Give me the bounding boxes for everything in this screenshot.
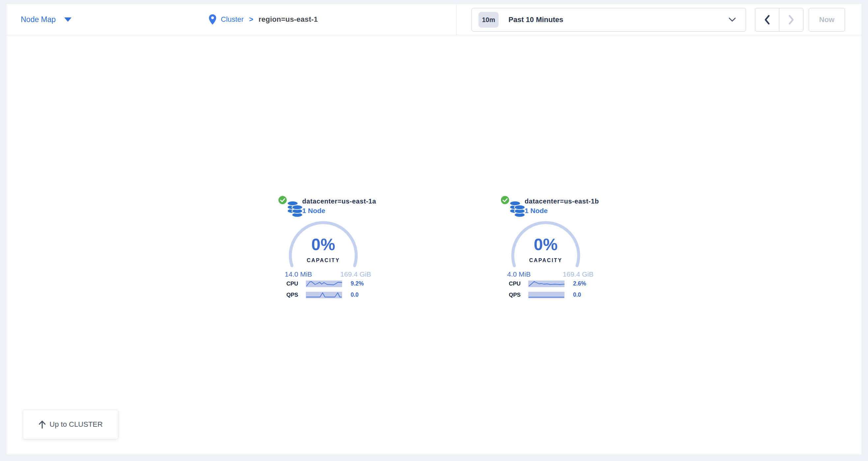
locality-name: datacenter=us-east-1b xyxy=(525,198,599,205)
cpu-metric-row: CPU 9.2% xyxy=(286,280,364,287)
cpu-value: 9.2% xyxy=(351,280,364,287)
capacity-used: 4.0 MiB xyxy=(507,270,531,278)
cpu-sparkline xyxy=(306,281,342,287)
cpu-label: CPU xyxy=(509,281,526,287)
locality-card-us-east-1b[interactable]: datacenter=us-east-1b 1 Node 0% CAPACITY… xyxy=(500,193,613,313)
breadcrumb-cluster-link[interactable]: Cluster xyxy=(221,15,244,24)
capacity-total: 169.4 GiB xyxy=(340,270,371,278)
qps-sparkline xyxy=(306,292,342,298)
node-map-page: Node Map Cluster > region=us-east-1 10m … xyxy=(0,0,868,461)
chevron-right-icon xyxy=(788,15,794,25)
capacity-label: CAPACITY xyxy=(290,258,356,263)
qps-value: 0.0 xyxy=(351,291,359,298)
cpu-metric-row: CPU 2.6% xyxy=(509,280,586,287)
chevron-left-icon xyxy=(764,15,770,25)
location-pin-icon xyxy=(209,14,216,25)
qps-value: 0.0 xyxy=(573,291,581,298)
breadcrumb-current: region=us-east-1 xyxy=(259,15,318,24)
now-button[interactable]: Now xyxy=(809,8,845,32)
header-divider xyxy=(456,4,457,35)
caret-down-icon xyxy=(64,18,71,22)
capacity-total: 169.4 GiB xyxy=(563,270,593,278)
time-range-badge: 10m xyxy=(478,12,499,28)
time-range-label: Past 10 Minutes xyxy=(508,15,563,24)
arrow-up-icon xyxy=(38,420,46,429)
time-step-buttons xyxy=(755,8,803,32)
time-step-forward-button[interactable] xyxy=(779,8,803,31)
up-to-cluster-button[interactable]: Up to CLUSTER xyxy=(23,409,118,439)
node-map-panel: Node Map Cluster > region=us-east-1 10m … xyxy=(6,3,862,455)
database-icon xyxy=(508,201,526,218)
cpu-sparkline xyxy=(528,281,564,287)
qps-metric-row: QPS 0.0 xyxy=(509,291,581,298)
capacity-used: 14.0 MiB xyxy=(285,270,312,278)
locality-node-count: 1 Node xyxy=(302,207,325,215)
up-to-cluster-label: Up to CLUSTER xyxy=(50,420,102,429)
qps-metric-row: QPS 0.0 xyxy=(286,291,359,298)
locality-name: datacenter=us-east-1a xyxy=(302,198,376,205)
time-step-back-button[interactable] xyxy=(755,8,779,31)
breadcrumb-separator: > xyxy=(249,15,253,24)
cpu-label: CPU xyxy=(286,281,304,287)
breadcrumb: Cluster > region=us-east-1 xyxy=(209,4,318,35)
capacity-percent: 0% xyxy=(290,235,356,254)
qps-sparkline xyxy=(528,292,564,298)
time-range-dropdown[interactable]: 10m Past 10 Minutes xyxy=(471,8,746,32)
database-icon xyxy=(286,201,304,218)
capacity-label: CAPACITY xyxy=(513,258,579,263)
chevron-down-icon xyxy=(728,18,736,22)
capacity-range: 4.0 MiB 169.4 GiB xyxy=(507,270,593,278)
locality-card-us-east-1a[interactable]: datacenter=us-east-1a 1 Node 0% CAPACITY… xyxy=(277,193,391,313)
qps-label: QPS xyxy=(509,292,526,298)
capacity-range: 14.0 MiB 169.4 GiB xyxy=(285,270,371,278)
view-selector-label: Node Map xyxy=(21,15,56,24)
qps-label: QPS xyxy=(286,292,304,298)
capacity-percent: 0% xyxy=(513,235,579,254)
view-selector-dropdown[interactable]: Node Map xyxy=(21,4,71,35)
locality-node-count: 1 Node xyxy=(525,207,548,215)
cpu-value: 2.6% xyxy=(573,280,586,287)
header-bar: Node Map Cluster > region=us-east-1 10m … xyxy=(6,4,862,35)
